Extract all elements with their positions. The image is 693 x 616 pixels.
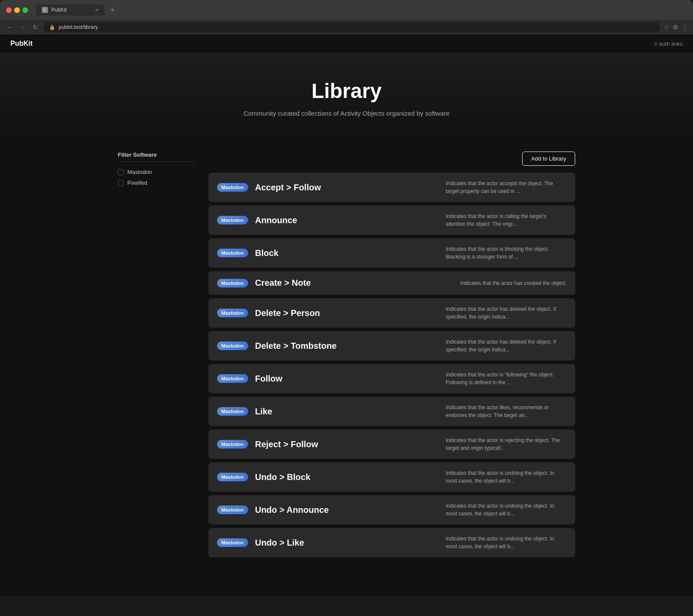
- software-badge: Mastodon: [217, 407, 248, 416]
- mastodon-checkbox[interactable]: [118, 169, 124, 175]
- app-logo[interactable]: PubKit: [10, 40, 33, 47]
- list-item[interactable]: Mastodon Block Indicates that the actor …: [208, 238, 575, 268]
- page-title: Library: [9, 79, 684, 103]
- browser-window: P PubKit ✕ + ← → ↻ 🔒 pubkit.test/library…: [0, 0, 693, 596]
- item-title: Undo > Block: [255, 472, 439, 482]
- software-badge: Mastodon: [217, 538, 248, 547]
- app-header: PubKit // auth links: [0, 35, 693, 53]
- list-item[interactable]: Mastodon Undo > Like Indicates that the …: [208, 528, 575, 557]
- extensions-icon[interactable]: ⚙: [673, 24, 678, 31]
- item-title: Accept > Follow: [255, 183, 439, 193]
- library-header: Add to Library: [208, 152, 575, 166]
- back-button[interactable]: ←: [5, 23, 15, 32]
- auth-links[interactable]: // auth links: [654, 41, 683, 47]
- item-title: Follow: [255, 374, 439, 384]
- items-container: Mastodon Accept > Follow Indicates that …: [208, 173, 575, 557]
- tab-close-button[interactable]: ✕: [95, 7, 99, 13]
- pixelfed-label: Pixelfed: [127, 180, 147, 186]
- filter-title: Filter Software: [118, 152, 195, 162]
- software-badge: Mastodon: [217, 249, 248, 257]
- item-description: Indicates that the actor is blocking the…: [446, 245, 567, 261]
- list-item[interactable]: Mastodon Announce Indicates that the act…: [208, 205, 575, 235]
- forward-button[interactable]: →: [18, 23, 28, 32]
- address-bar[interactable]: 🔒 pubkit.test/library: [43, 22, 660, 32]
- item-description: Indicates that the actor is "following" …: [446, 371, 567, 386]
- browser-titlebar: P PubKit ✕ +: [0, 0, 693, 20]
- item-description: Indicates that the actor accepts the obj…: [446, 180, 567, 195]
- fullscreen-window-button[interactable]: [22, 7, 28, 13]
- item-description: Indicates that the actor is calling the …: [446, 212, 567, 228]
- software-badge: Mastodon: [217, 473, 248, 481]
- tab-favicon: P: [42, 7, 48, 13]
- minimize-window-button[interactable]: [14, 7, 20, 13]
- close-window-button[interactable]: [6, 7, 12, 13]
- item-title: Undo > Like: [255, 538, 439, 548]
- list-item[interactable]: Mastodon Accept > Follow Indicates that …: [208, 173, 575, 202]
- filter-pixelfed[interactable]: Pixelfed: [118, 180, 195, 186]
- new-tab-button[interactable]: +: [107, 6, 118, 15]
- software-badge: Mastodon: [217, 374, 248, 383]
- item-description: Indicates that the actor has deleted the…: [446, 338, 567, 354]
- item-description: Indicates that the actor has deleted the…: [446, 305, 567, 321]
- item-title: Delete > Tombstone: [255, 341, 439, 351]
- mastodon-label: Mastodon: [127, 169, 152, 175]
- add-to-library-button[interactable]: Add to Library: [522, 152, 575, 166]
- item-title: Create > Note: [255, 278, 454, 288]
- toolbar-actions: ☆ ⚙ ⋮: [664, 24, 688, 31]
- main-content: Filter Software Mastodon Pixelfed Add to…: [109, 139, 584, 574]
- software-badge: Mastodon: [217, 440, 248, 449]
- pixelfed-checkbox[interactable]: [118, 180, 124, 186]
- list-item[interactable]: Mastodon Delete > Tombstone Indicates th…: [208, 331, 575, 360]
- software-badge: Mastodon: [217, 216, 248, 224]
- item-title: Delete > Person: [255, 308, 439, 318]
- browser-tab-bar: P PubKit ✕ +: [36, 4, 687, 16]
- item-title: Undo > Announce: [255, 505, 439, 515]
- browser-toolbar: ← → ↻ 🔒 pubkit.test/library ☆ ⚙ ⋮: [0, 20, 693, 35]
- item-description: Indicates that the actor is undoing the …: [446, 535, 567, 550]
- software-badge: Mastodon: [217, 279, 248, 287]
- software-badge: Mastodon: [217, 341, 248, 350]
- list-item[interactable]: Mastodon Follow Indicates that the actor…: [208, 364, 575, 393]
- lock-icon: 🔒: [49, 25, 55, 30]
- list-item[interactable]: Mastodon Undo > Block Indicates that the…: [208, 462, 575, 492]
- hero-section: Library Community curated collections of…: [0, 53, 693, 139]
- item-description: Indicates that the actor likes, recommen…: [446, 404, 567, 419]
- list-item[interactable]: Mastodon Like Indicates that the actor l…: [208, 397, 575, 426]
- reload-button[interactable]: ↻: [31, 23, 40, 32]
- list-item[interactable]: Mastodon Create > Note Indicates that th…: [208, 271, 575, 295]
- library-list: Add to Library Mastodon Accept > Follow …: [208, 152, 575, 561]
- filter-mastodon[interactable]: Mastodon: [118, 169, 195, 175]
- item-description: Indicates that the actor is rejecting th…: [446, 436, 567, 452]
- page-subtitle: Community curated collections of Activit…: [9, 110, 684, 117]
- item-description: Indicates that the actor is undoing the …: [446, 469, 567, 485]
- bookmark-icon[interactable]: ☆: [664, 24, 669, 31]
- menu-icon[interactable]: ⋮: [682, 24, 688, 31]
- item-description: Indicates that the actor has created the…: [460, 279, 567, 287]
- item-title: Block: [255, 248, 439, 258]
- item-title: Like: [255, 407, 439, 417]
- item-title: Reject > Follow: [255, 439, 439, 449]
- traffic-lights: [6, 7, 28, 13]
- app-container: PubKit // auth links Library Community c…: [0, 35, 693, 596]
- sidebar: Filter Software Mastodon Pixelfed: [118, 152, 195, 561]
- item-description: Indicates that the actor is undoing the …: [446, 502, 567, 518]
- url-display: pubkit.test/library: [59, 24, 98, 30]
- item-title: Announce: [255, 215, 439, 225]
- browser-tab[interactable]: P PubKit ✕: [36, 4, 105, 16]
- software-badge: Mastodon: [217, 183, 248, 192]
- list-item[interactable]: Mastodon Undo > Announce Indicates that …: [208, 495, 575, 524]
- software-badge: Mastodon: [217, 505, 248, 514]
- list-item[interactable]: Mastodon Reject > Follow Indicates that …: [208, 430, 575, 459]
- tab-title: PubKit: [51, 7, 66, 13]
- list-item[interactable]: Mastodon Delete > Person Indicates that …: [208, 298, 575, 328]
- software-badge: Mastodon: [217, 309, 248, 317]
